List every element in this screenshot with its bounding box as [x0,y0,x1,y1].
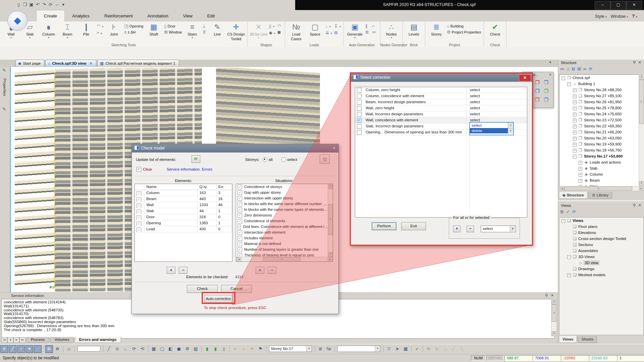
expand-icon[interactable]: + [573,131,577,134]
panel-tab-library[interactable]: ≣Library [588,192,612,199]
app-logo[interactable]: ◆ [7,11,28,31]
filter-list-icon[interactable]: ≔ [560,66,565,71]
scrollbar-horizontal[interactable]: ◂≡▸ [236,257,333,261]
ribbon-button-space[interactable]: ▢Space [306,22,324,37]
service-tab-errors-and-warnings[interactable]: Errors and warnings [75,337,121,343]
table-row[interactable]: ✓Beam44316 [135,196,232,202]
correction-checkbox[interactable]: ✓ [357,118,362,123]
correction-checkbox[interactable] [357,94,362,99]
tree-item[interactable]: ⌂3D view [559,260,643,266]
ribbon-button-level-mark-icon[interactable]: ⊻ [203,30,207,35]
tree-item[interactable]: +❏Storey No.27 +85,100 [559,93,639,99]
ribbon-button-opening[interactable]: ◳Opening [124,24,143,28]
window-menu[interactable]: Window [610,14,625,19]
num-toggle[interactable]: NUM [471,355,486,361]
correction-checkbox[interactable] [357,124,362,129]
snap-point-icon[interactable]: ✶ [25,345,33,353]
dropdown-option-delete[interactable]: delete [470,128,508,133]
ribbon-button-truss-icon[interactable]: ◠▾ [97,24,103,29]
situation-checkbox[interactable]: ✓ [237,202,242,206]
ribbon-button-3d-by-line[interactable]: ✕3D by Line▾ [249,22,268,39]
situation-row[interactable]: ✓Material is not defined [236,241,328,247]
close-icon[interactable]: ✕ [638,203,641,207]
magnet-icon[interactable]: ⋒ [45,345,53,353]
expand-icon[interactable]: + [573,125,577,128]
cube-wire-icon[interactable]: ▦ [150,345,158,353]
add-situation-button[interactable]: + [256,267,264,274]
storeys-select-radio[interactable] [281,157,286,162]
situation-checkbox[interactable]: ✓ [237,190,242,195]
pan-icon[interactable]: ✥ [425,345,432,353]
remove-element-button[interactable]: − [179,267,187,274]
layers-icon[interactable]: ≣ [317,345,324,353]
situation-checkbox[interactable]: ✓ [237,196,242,201]
tree-item[interactable]: +❐Storey No.22 +69,350 [559,123,639,129]
ribbon-tab-view[interactable]: View [176,10,200,21]
tree-item[interactable]: +❐Storey No.26 +81,950 [559,99,639,105]
tab-nav-icon[interactable]: ▸ [13,337,19,343]
correction-row[interactable]: Column, coincidence with elementselect [355,93,527,99]
situation-row[interactable]: ✓In blocks with the same name different … [236,201,328,207]
element-checkbox[interactable]: ✓ [137,191,141,196]
ribbon-button-anchor-icon[interactable]: ⟂ [203,24,207,28]
table-row[interactable]: ✓Wall133346 [135,202,232,208]
tab-nav-icon[interactable]: ▸| [19,337,25,343]
auto-correction-button[interactable]: Auto-correction [204,295,232,303]
situation-checkbox[interactable]: ✓ [237,236,242,241]
measure-a-icon[interactable]: ╱ [450,345,458,353]
table-row[interactable]: ✓Door3180 [135,214,232,220]
settings-list-icon[interactable]: ≣ [560,209,564,214]
collapse-icon[interactable]: − [567,255,571,259]
funnel-icon[interactable]: ▽ [385,345,393,353]
ribbon-button-beam[interactable]: ⌶Beam▾ [58,22,77,39]
collapse-icon[interactable]: − [567,82,571,86]
perform-button[interactable]: Perform [372,222,396,230]
tab-nav-icon[interactable]: ◂ [7,337,13,343]
service-info-link[interactable]: Service information. Errors [167,167,212,171]
ribbon-button-wall-shape-icon[interactable]: ▯▾ [269,24,275,29]
tree-item[interactable]: +◈Column [559,171,639,177]
correction-checkbox[interactable] [357,112,362,117]
tree-item[interactable]: −❒Check.spf [559,75,639,81]
projection-cube-icon[interactable]: ❐ [542,78,550,87]
new-file-icon[interactable]: ▯ [15,2,22,7]
tree-item[interactable]: +❐Storey No.25 +78,800 [559,105,639,111]
zoom-fit-icon[interactable]: ↔ [441,345,449,353]
apply-view-icon[interactable]: ✓ [413,345,421,353]
viewport-menu-chevron-icon[interactable]: ▾ [549,60,551,64]
ribbon-button-storey[interactable]: ≣Storey [427,22,446,37]
situation-row[interactable]: ✓In blocks with the same name types of e… [236,207,328,213]
correction-action[interactable]: select [466,93,527,99]
ribbon-button-stairs[interactable]: ≡Stairs▾ [183,22,202,39]
correction-row[interactable]: Wall, zero heightselect [355,105,527,111]
situation-row[interactable]: ✓Grid lines. Coincidence with element at… [236,224,328,230]
ribbon-button-spring-icon[interactable]: ≈▾ [97,31,103,36]
ortho-toggle[interactable]: ORTHO [486,355,504,361]
ribbon-button-pile[interactable]: ❙Pile [77,22,96,37]
scrollbar-vertical[interactable]: ∧ ≡ ∨ [639,74,644,186]
situation-checkbox[interactable]: ✓ [237,230,242,235]
ribbon-tab-analytics[interactable]: Analytics [65,10,97,21]
projection-cube-icon[interactable]: ❐ [533,96,542,104]
situation-checkbox[interactable]: ✓ [237,213,242,218]
wall-view-icon[interactable]: ▮ [203,345,211,353]
correction-action[interactable]: select [466,87,527,93]
storeys-all-radio[interactable] [263,157,267,162]
help-button[interactable]: ? [632,13,635,19]
pin-icon[interactable]: ⚲ [545,293,548,298]
document-tab-1[interactable]: ◆Start page [15,60,44,67]
expand-icon[interactable]: + [579,167,582,171]
situation-checkbox[interactable]: ✓ [237,185,242,189]
refresh-icon[interactable]: ⟳ [589,66,592,71]
wall-view2-icon[interactable]: ▮ [212,345,219,353]
element-checkbox[interactable]: ✓ [137,222,141,226]
ribbon-button-building[interactable]: ⌂Building [447,24,481,28]
cube-solid-icon[interactable]: ◼ [175,345,183,353]
ribbon-button-dome-icon[interactable]: ◠ [277,24,282,28]
cube-shade-icon[interactable]: ◧ [167,345,174,353]
situation-checkbox[interactable]: ✓ [237,207,242,212]
exit-button[interactable]: Exit [401,222,426,230]
orbit-icon[interactable]: ↻ [433,345,441,353]
correction-action[interactable]: select [466,111,527,117]
correction-row[interactable]: Beam, Incorrect design parametersselect [355,99,527,105]
